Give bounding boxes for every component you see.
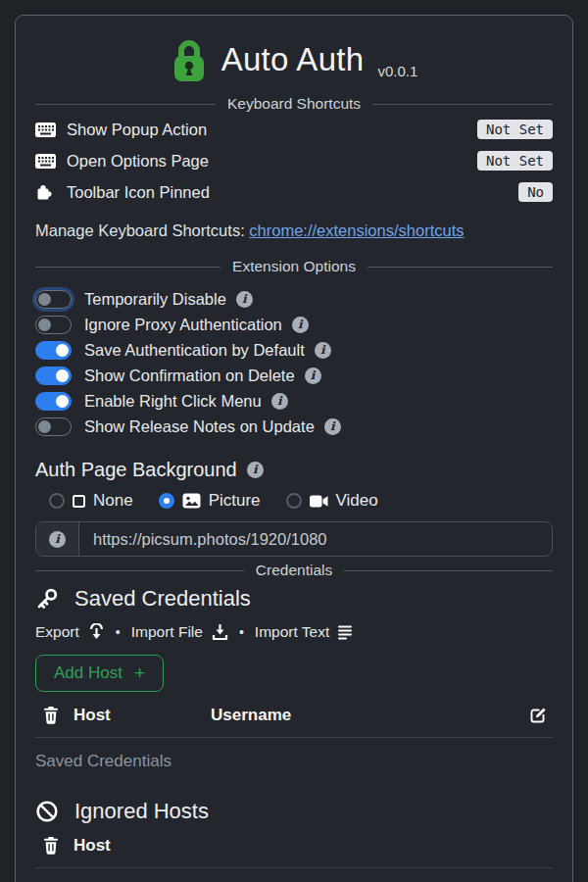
- toggle-row-right-click: Enable Right Click Menu i: [35, 388, 553, 414]
- toggle-label: Save Authentication by Default: [84, 341, 305, 360]
- ignored-hosts-table-header: Host: [35, 832, 553, 859]
- export-icon: [88, 623, 105, 641]
- info-icon[interactable]: i: [247, 462, 264, 478]
- radio-video[interactable]: Video: [286, 491, 378, 511]
- radio-label: Picture: [209, 491, 261, 511]
- shortcut-value-badge: No: [518, 182, 553, 202]
- toggle-label: Show Confirmation on Delete: [84, 367, 295, 385]
- manage-shortcuts-line: Manage Keyboard Shortcuts: chrome://exte…: [35, 221, 553, 245]
- table-rule: [35, 737, 553, 738]
- delete-column-icon[interactable]: [43, 837, 59, 855]
- picture-icon: [182, 493, 201, 509]
- credentials-table-header: Host Username: [35, 702, 553, 729]
- divider-label: Keyboard Shortcuts: [216, 95, 372, 113]
- toggle-row-confirm-delete: Show Confirmation on Delete i: [35, 363, 553, 388]
- video-icon: [310, 495, 328, 508]
- column-host: Host: [74, 706, 211, 725]
- radio-none[interactable]: None: [49, 491, 133, 511]
- manage-shortcuts-link[interactable]: chrome://extensions/shortcuts: [249, 221, 464, 239]
- toggle-label: Temporarily Disable: [84, 290, 226, 309]
- info-icon[interactable]: i: [324, 418, 341, 435]
- app-version: v0.0.1: [377, 63, 417, 88]
- import-text-icon: [338, 625, 353, 640]
- manage-shortcuts-label: Manage Keyboard Shortcuts:: [35, 221, 245, 239]
- radio-circle[interactable]: [286, 493, 302, 509]
- divider-label: Credentials: [244, 562, 344, 579]
- separator-dot: •: [116, 624, 121, 640]
- divider-label: Extension Options: [220, 258, 368, 275]
- background-url-field: i: [35, 521, 553, 557]
- export-label: Export: [35, 623, 79, 641]
- shortcut-value-badge: Not Set: [477, 120, 553, 139]
- import-file-label: Import File: [131, 623, 203, 641]
- toggle-label: Show Release Notes on Update: [84, 417, 315, 436]
- credentials-actions: Export • Import File • Import: [35, 621, 553, 643]
- import-file-icon: [212, 623, 228, 641]
- info-icon[interactable]: i: [271, 393, 288, 410]
- page-title: Auto Auth: [221, 41, 365, 78]
- toggle-row-save-auth: Save Authentication by Default i: [35, 337, 553, 363]
- extension-options-divider: Extension Options: [35, 257, 553, 276]
- toggle-ignore-proxy-auth[interactable]: [35, 316, 72, 334]
- delete-column-icon[interactable]: [43, 707, 59, 724]
- shortcut-label: Show Popup Action: [67, 121, 207, 139]
- key-icon: [35, 587, 59, 611]
- shortcut-row-options: Open Options Page Not Set: [35, 145, 553, 176]
- table-rule: [35, 867, 553, 868]
- column-username: Username: [211, 706, 529, 725]
- toggle-show-release-notes[interactable]: [35, 417, 72, 436]
- info-icon[interactable]: i: [315, 342, 331, 359]
- no-entry-icon: [35, 800, 59, 823]
- info-icon: i: [36, 522, 79, 556]
- import-text-button[interactable]: Import Text: [255, 623, 353, 641]
- app-header: Auto Auth v0.0.1: [35, 31, 553, 88]
- separator-dot: •: [239, 624, 244, 640]
- toggle-temporarily-disable[interactable]: [35, 290, 72, 309]
- toggle-label: Ignore Proxy Authentication: [84, 316, 282, 334]
- add-host-button[interactable]: Add Host +: [35, 655, 164, 692]
- toggle-row-temporarily-disable: Temporarily Disable i: [35, 286, 553, 312]
- shortcut-row-popup: Show Popup Action Not Set: [35, 114, 553, 145]
- toggle-label: Enable Right Click Menu: [84, 392, 262, 411]
- shortcut-label: Open Options Page: [67, 152, 209, 171]
- saved-credentials-heading: Saved Credentials: [35, 584, 553, 613]
- radio-circle[interactable]: [49, 493, 65, 509]
- saved-credentials-caption: Saved Credentials: [35, 752, 553, 773]
- auth-page-background-heading: Auth Page Background i: [35, 457, 553, 482]
- info-icon[interactable]: i: [292, 317, 309, 333]
- radio-circle[interactable]: [159, 493, 174, 509]
- export-button[interactable]: Export: [35, 623, 105, 641]
- toggle-row-ignore-proxy: Ignore Proxy Authentication i: [35, 312, 553, 337]
- import-text-label: Import Text: [255, 623, 329, 641]
- keyboard-icon: [35, 154, 61, 169]
- toggle-show-confirmation-delete[interactable]: [35, 367, 72, 385]
- add-host-label: Add Host: [54, 663, 122, 683]
- info-icon[interactable]: i: [236, 291, 253, 308]
- background-type-radios: None Picture Video: [35, 490, 553, 512]
- background-url-input[interactable]: [79, 522, 552, 556]
- keyboard-shortcuts-divider: Keyboard Shortcuts: [35, 94, 553, 114]
- toggle-row-release-notes: Show Release Notes on Update i: [35, 414, 553, 439]
- edit-column-icon[interactable]: [529, 707, 547, 724]
- info-icon[interactable]: i: [305, 368, 321, 384]
- none-icon: [73, 495, 85, 508]
- radio-label: Video: [336, 491, 378, 511]
- import-file-button[interactable]: Import File: [131, 623, 228, 641]
- ignored-hosts-heading: Ignored Hosts: [35, 797, 553, 826]
- radio-picture[interactable]: Picture: [159, 491, 261, 511]
- section-title: Saved Credentials: [74, 586, 251, 612]
- toggle-enable-right-click-menu[interactable]: [35, 392, 72, 411]
- options-page-card: Auto Auth v0.0.1 Keyboard Shortcuts Show…: [15, 15, 573, 882]
- shortcut-value-badge: Not Set: [477, 151, 553, 171]
- extension-options-list: Temporarily Disable i Ignore Proxy Authe…: [35, 286, 553, 439]
- section-title: Auth Page Background: [35, 459, 237, 481]
- shortcut-label: Toolbar Icon Pinned: [67, 183, 210, 202]
- column-host: Host: [74, 836, 211, 856]
- radio-label: None: [93, 491, 133, 511]
- toggle-save-auth-default[interactable]: [35, 341, 72, 360]
- puzzle-icon: [35, 183, 61, 201]
- lock-icon: [171, 36, 208, 83]
- keyboard-icon: [35, 122, 61, 137]
- credentials-divider: Credentials: [35, 561, 553, 580]
- section-title: Ignored Hosts: [74, 799, 209, 824]
